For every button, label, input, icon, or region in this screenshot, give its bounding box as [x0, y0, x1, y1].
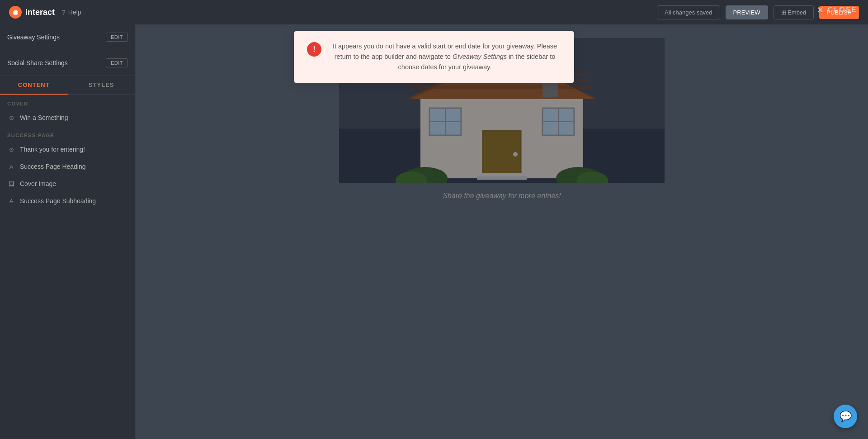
cover-image-icon: 🖼 — [7, 180, 15, 188]
logo-icon: ◉ — [9, 6, 22, 19]
tab-content[interactable]: CONTENT — [0, 76, 68, 95]
nav-item-success-heading[interactable]: A Success Page Heading — [0, 158, 135, 175]
nav-item-win[interactable]: ⊙ Win a Something — [0, 109, 135, 126]
social-share-edit-button[interactable]: EDIT — [106, 58, 128, 67]
help-button[interactable]: ? Help — [62, 9, 81, 16]
embed-button[interactable]: ⊞ Embed — [774, 5, 814, 19]
alert-text: It appears you do not have a valid start… — [329, 41, 561, 73]
win-icon: ⊙ — [7, 114, 15, 122]
nav-item-success-subheading[interactable]: A Success Page Subheading — [0, 192, 135, 210]
giveaway-settings-section: Giveaway Settings EDIT — [0, 24, 135, 50]
logo-text: interact — [25, 8, 55, 17]
tab-styles[interactable]: STYLES — [68, 76, 136, 95]
social-share-section: Social Share Settings EDIT — [0, 50, 135, 76]
nav-item-cover-image[interactable]: 🖼 Cover Image — [0, 175, 135, 192]
nav-item-thankyou-label: Thank you for entering! — [20, 146, 85, 153]
nav-item-success-heading-label: Success Page Heading — [20, 163, 86, 170]
sidebar: Giveaway Settings EDIT Social Share Sett… — [0, 24, 136, 439]
help-label: Help — [68, 9, 81, 16]
main-content: ✎ EDIT COVER IMAGE — [136, 24, 868, 439]
social-share-label: Social Share Settings — [7, 59, 68, 67]
all-changes-label: All changes saved — [657, 5, 720, 19]
success-heading-icon: A — [7, 162, 15, 171]
success-subheading-icon: A — [7, 197, 15, 205]
top-bar-left: ◉ interact ? Help — [9, 6, 81, 19]
close-label: CLOSE — [828, 6, 857, 14]
sidebar-tabs: CONTENT STYLES — [0, 76, 135, 95]
preview-button[interactable]: PREVIEW — [726, 5, 768, 19]
giveaway-settings-label: Giveaway Settings — [7, 33, 60, 41]
top-bar: ◉ interact ? Help All changes saved PREV… — [0, 0, 868, 24]
giveaway-settings-row: Giveaway Settings EDIT — [7, 30, 128, 44]
social-share-row: Social Share Settings EDIT — [7, 56, 128, 70]
section-success-heading: SUCCESS PAGE — [0, 126, 135, 141]
thankyou-icon: ⊙ — [7, 145, 15, 153]
share-text: Share the giveaway for more entries! — [339, 183, 665, 209]
alert-box: ! It appears you do not have a valid sta… — [294, 31, 574, 83]
close-area[interactable]: ✕ CLOSE — [816, 5, 857, 15]
close-icon: ✕ — [816, 5, 824, 15]
alert-icon: ! — [307, 42, 321, 57]
nav-item-success-subheading-label: Success Page Subheading — [20, 197, 96, 205]
section-cover-heading: COVER — [0, 95, 135, 109]
logo: ◉ interact — [9, 6, 55, 19]
chat-button[interactable]: 💬 — [834, 405, 857, 428]
nav-item-win-label: Win a Something — [20, 114, 68, 121]
nav-item-cover-image-label: Cover Image — [20, 180, 56, 187]
chat-icon: 💬 — [840, 410, 852, 422]
nav-item-thankyou[interactable]: ⊙ Thank you for entering! — [0, 141, 135, 158]
help-icon: ? — [62, 9, 66, 16]
giveaway-settings-edit-button[interactable]: EDIT — [106, 33, 128, 42]
